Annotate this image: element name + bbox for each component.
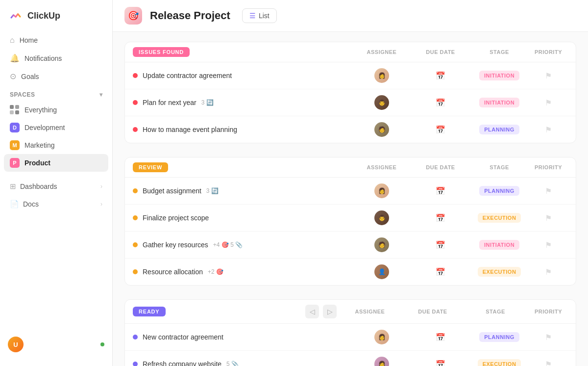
goal-icon: ⊙: [10, 72, 16, 81]
priority-icon: ⚑: [545, 71, 552, 80]
sidebar-item-notifications[interactable]: 🔔 Notifications: [4, 49, 108, 67]
col-header-assignee-3: ASSIGNEE: [341, 309, 399, 314]
calendar-icon: 📅: [436, 240, 445, 250]
sidebar-item-everything[interactable]: Everything: [4, 101, 108, 119]
task-priority: ⚑: [529, 360, 568, 366]
task-assignee: 🧑: [352, 122, 411, 137]
group-header-ready: READY ◁ ▷ ASSIGNEE DUE DATE STAGE PRIORI…: [125, 300, 576, 324]
stage-badge: PLANNING: [479, 186, 519, 196]
calendar-icon: 📅: [436, 186, 445, 196]
priority-icon: ⚑: [545, 333, 552, 342]
avatar: 👤: [374, 264, 389, 279]
spaces-chevron[interactable]: ▾: [99, 91, 103, 98]
task-date[interactable]: 📅: [411, 333, 470, 342]
product-icon: P: [10, 158, 20, 168]
task-date[interactable]: 📅: [411, 98, 470, 107]
stage-badge: PLANNING: [479, 332, 519, 342]
sidebar-item-docs[interactable]: 📄 Docs ›: [0, 195, 112, 213]
priority-icon: ⚑: [545, 240, 552, 250]
avatar: 🧑: [374, 122, 389, 137]
list-view-label: List: [259, 12, 270, 20]
task-row: Resource allocation +2 🎯 👤 📅 EXECUTION ⚑: [125, 259, 576, 285]
avatar: 👨: [374, 95, 389, 110]
dashboards-label: Dashboards: [20, 183, 57, 190]
user-avatar[interactable]: U: [8, 337, 24, 352]
col-header-priority-1: PRIORITY: [529, 49, 568, 55]
sidebar-sections: ⊞ Dashboards › 📄 Docs ›: [0, 178, 112, 213]
col-header-stage-1: STAGE: [470, 49, 529, 55]
group-ready: READY ◁ ▷ ASSIGNEE DUE DATE STAGE PRIORI…: [124, 299, 576, 366]
task-row: Gather key resources +4 🎯 5 📎 🧑 📅 INITIA…: [125, 232, 576, 259]
docs-chevron: ›: [100, 201, 102, 208]
task-date[interactable]: 📅: [411, 213, 470, 223]
list-view-tab[interactable]: ☰ List: [242, 8, 277, 23]
task-date[interactable]: 📅: [411, 71, 470, 80]
sidebar-item-home-label: Home: [20, 36, 38, 44]
scroll-left-btn[interactable]: ◁: [305, 305, 319, 318]
task-row: Update contractor agreement 👩 📅 INITIATI…: [125, 62, 576, 89]
task-dot-yellow: [133, 269, 138, 274]
task-priority: ⚑: [529, 213, 568, 223]
task-name: How to manage event planning: [143, 126, 237, 133]
priority-icon: ⚑: [545, 98, 552, 107]
task-date[interactable]: 📅: [411, 186, 470, 196]
dashboards-chevron: ›: [100, 183, 102, 190]
task-priority: ⚑: [529, 240, 568, 250]
task-priority: ⚑: [529, 71, 568, 80]
sidebar-item-home[interactable]: ⌂ Home: [4, 31, 108, 49]
stage-badge: INITIATION: [479, 240, 519, 250]
spaces-header: Spaces ▾: [0, 85, 112, 101]
task-date[interactable]: 📅: [411, 360, 470, 366]
calendar-icon: 📅: [436, 267, 445, 277]
task-count: +4 🎯 5 📎: [213, 241, 243, 248]
logo-text: ClickUp: [27, 11, 60, 21]
col-header-assignee-1: ASSIGNEE: [352, 49, 411, 55]
sidebar-item-product[interactable]: P Product: [4, 154, 108, 172]
task-date[interactable]: 📅: [411, 240, 470, 250]
task-assignee: 👨: [352, 210, 411, 225]
task-dot-red: [133, 73, 138, 78]
topbar: 🎯 Release Project ☰ List: [113, 0, 588, 32]
sidebar-item-everything-label: Everything: [24, 106, 57, 114]
logo-container[interactable]: ClickUp: [0, 8, 112, 31]
stage-badge: PLANNING: [479, 125, 519, 134]
project-title: Release Project: [150, 9, 230, 22]
sidebar-item-marketing[interactable]: M Marketing: [4, 136, 108, 154]
group-header-review: REVIEW ASSIGNEE DUE DATE STAGE PRIORITY: [125, 157, 576, 178]
task-dot-red: [133, 127, 138, 132]
col-header-stage-2: STAGE: [470, 164, 529, 170]
task-stage: EXECUTION: [470, 213, 529, 223]
col-header-stage-3: STAGE: [466, 309, 525, 314]
avatar: 🧑: [374, 237, 389, 252]
task-date[interactable]: 📅: [411, 267, 470, 277]
spaces-list: Everything D Development M Marketing P P…: [0, 101, 112, 172]
main-content: 🎯 Release Project ☰ List ISSUES FOUND AS…: [113, 0, 588, 366]
sidebar-item-marketing-label: Marketing: [24, 141, 54, 149]
task-name: Budget assignment: [143, 187, 201, 195]
col-header-duedate-1: DUE DATE: [411, 49, 470, 55]
sidebar-item-goals-label: Goals: [21, 73, 39, 80]
sidebar: ClickUp ⌂ Home 🔔 Notifications ⊙ Goals S…: [0, 0, 113, 366]
task-priority: ⚑: [529, 186, 568, 196]
sidebar-item-dashboards[interactable]: ⊞ Dashboards ›: [0, 178, 112, 195]
ready-badge: READY: [133, 307, 166, 316]
scroll-right-btn[interactable]: ▷: [323, 305, 337, 318]
task-stage: PLANNING: [470, 186, 529, 196]
issues-badge: ISSUES FOUND: [133, 47, 190, 57]
sidebar-item-development[interactable]: D Development: [4, 119, 108, 136]
task-stage: PLANNING: [470, 332, 529, 342]
col-header-duedate-2: DUE DATE: [411, 164, 470, 170]
sidebar-item-goals[interactable]: ⊙ Goals: [4, 67, 108, 85]
task-priority: ⚑: [529, 98, 568, 107]
task-date[interactable]: 📅: [411, 125, 470, 134]
everything-icon: [10, 105, 20, 115]
avatar: 👩: [374, 68, 389, 83]
stage-badge: INITIATION: [479, 98, 519, 107]
task-priority: ⚑: [529, 267, 568, 277]
sidebar-item-notifications-label: Notifications: [24, 54, 62, 62]
calendar-icon: 📅: [436, 71, 445, 80]
task-dot-red: [133, 100, 138, 105]
task-dot-yellow: [133, 188, 138, 193]
clickup-logo-icon: [8, 8, 24, 24]
task-priority: ⚑: [529, 125, 568, 134]
